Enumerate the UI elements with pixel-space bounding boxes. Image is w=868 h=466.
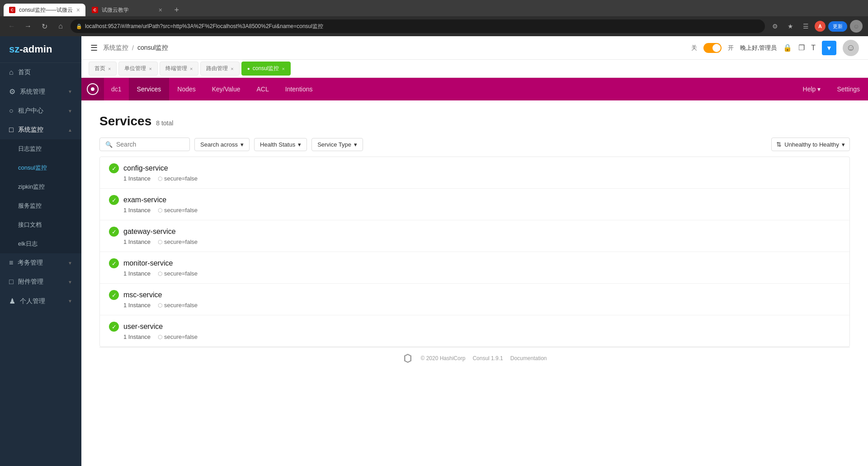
service-meta-user: 1 Instance ⬡ secure=false — [109, 333, 840, 340]
puzzle-icon[interactable]: ☰ — [799, 20, 812, 33]
sidebar-item-attachment[interactable]: □ 附件管理 ▼ — [0, 272, 81, 291]
sidebar-item-system[interactable]: ⚙ 系统管理 ▼ — [0, 82, 81, 101]
service-list: ✓ config-service 1 Instance ⬡ secure=fal… — [99, 157, 850, 347]
sidebar-item-consul-monitor[interactable]: consul监控 — [0, 158, 81, 177]
search-input[interactable] — [116, 141, 179, 148]
user-account-icon[interactable]: A — [815, 21, 826, 32]
browser-chrome: C consul监控——试微云 × C 试微云教学 × + ← → ↻ ⌂ 🔒 … — [0, 0, 868, 36]
service-item-monitor[interactable]: ✓ monitor-service 1 Instance ⬡ secure=fa… — [100, 252, 849, 284]
browser-avatar: ☺ — [850, 20, 863, 33]
service-name-msc: msc-service — [123, 291, 162, 299]
sidebar-item-personal[interactable]: ♟ 个人管理 ▼ — [0, 291, 81, 311]
service-item-user[interactable]: ✓ user-service 1 Instance ⬡ secure=false — [100, 315, 849, 347]
service-item-config[interactable]: ✓ config-service 1 Instance ⬡ secure=fal… — [100, 157, 849, 189]
sidebar-label-log-monitor: 日志监控 — [18, 145, 42, 153]
tab-home[interactable]: 首页 × — [89, 62, 117, 76]
footer-docs-link[interactable]: Documentation — [510, 355, 547, 361]
health-status-button[interactable]: Health Status ▾ — [254, 138, 307, 151]
service-item-exam[interactable]: ✓ exam-service 1 Instance ⬡ secure=false — [100, 189, 849, 220]
monitor-chevron-icon: ▲ — [68, 128, 72, 133]
toggle-on-label: 开 — [728, 44, 734, 52]
services-total-count: 8 total — [156, 119, 173, 127]
consul-help-button[interactable]: Help ▾ — [795, 78, 829, 100]
font-icon[interactable]: T — [811, 44, 816, 52]
tab-unit[interactable]: 单位管理 × — [118, 62, 157, 76]
personal-chevron-icon: ▼ — [68, 299, 72, 304]
tab-title-1: consul监控——试微云 — [19, 6, 73, 14]
bookmark-icon[interactable]: ★ — [784, 20, 797, 33]
sidebar-item-zipkin-monitor[interactable]: zipkin监控 — [0, 177, 81, 196]
sidebar: sz-admin ⌂ 首页 ⚙ 系统管理 ▼ ○ 租户中心 — [0, 36, 81, 466]
service-name-exam: exam-service — [123, 196, 166, 204]
address-text: localhost:9527/#/iframe/urlPath?src=http… — [85, 23, 323, 30]
new-tab-button[interactable]: + — [170, 4, 183, 16]
tenant-icon: ○ — [9, 107, 14, 115]
toggle-switch[interactable] — [703, 43, 722, 53]
consul-nav-services[interactable]: Services — [129, 78, 170, 100]
consul-settings-button[interactable]: Settings — [829, 78, 868, 100]
sidebar-item-monitor[interactable]: □ 系统监控 ▲ — [0, 120, 81, 139]
service-tag-msc: ⬡ secure=false — [158, 302, 198, 309]
tab-unit-label: 单位管理 — [124, 65, 146, 72]
header-avatar[interactable]: ☺ — [843, 40, 859, 56]
service-instances-user: 1 Instance — [123, 333, 151, 340]
sidebar-item-log-monitor[interactable]: 日志监控 — [0, 139, 81, 158]
monitor-icon: □ — [9, 126, 14, 134]
tab-consul-close[interactable]: × — [282, 66, 284, 71]
sort-button[interactable]: ⇅ Unhealthy to Healthy ▾ — [771, 138, 850, 151]
sidebar-label-system: 系统管理 — [20, 88, 45, 96]
browser-tab-1[interactable]: C consul监控——试微云 × — [4, 4, 85, 16]
sidebar-item-elk-log[interactable]: elk日志 — [0, 234, 81, 253]
tab-unit-close[interactable]: × — [149, 66, 151, 71]
tab-close-1[interactable]: × — [76, 6, 80, 14]
sidebar-label-exam: 考务管理 — [18, 259, 43, 267]
sidebar-item-tenant[interactable]: ○ 租户中心 ▼ — [0, 101, 81, 120]
tab-home-close[interactable]: × — [108, 66, 111, 71]
fullscreen-icon[interactable]: ❐ — [798, 43, 805, 52]
home-icon: ⌂ — [9, 68, 14, 76]
tab-terminal[interactable]: 终端管理 × — [160, 62, 198, 76]
hamburger-button[interactable]: ☰ — [90, 43, 98, 53]
consul-nav-keyvalue[interactable]: Key/Value — [204, 78, 249, 100]
back-button[interactable]: ← — [5, 20, 18, 33]
sidebar-label-personal: 个人管理 — [20, 297, 45, 305]
consul-nav-nodes[interactable]: Nodes — [169, 78, 203, 100]
sidebar-item-home[interactable]: ⌂ 首页 — [0, 63, 81, 82]
tab-consul[interactable]: ● consul监控 × — [241, 62, 291, 76]
service-status-icon-config: ✓ — [109, 163, 119, 173]
address-bar[interactable]: 🔒 localhost:9527/#/iframe/urlPath?src=ht… — [71, 19, 765, 33]
sidebar-item-api-docs[interactable]: 接口文档 — [0, 215, 81, 234]
service-name-monitor: monitor-service — [123, 259, 173, 267]
search-across-button[interactable]: Search across ▾ — [194, 138, 250, 151]
refresh-button[interactable]: ↻ — [38, 20, 51, 33]
service-item-gateway[interactable]: ✓ gateway-service 1 Instance ⬡ secure=fa… — [100, 220, 849, 252]
extensions-icon[interactable]: ⚙ — [769, 20, 781, 33]
hashicorp-logo-icon — [402, 353, 413, 364]
tab-route-close[interactable]: × — [231, 66, 233, 71]
update-button[interactable]: 更新 — [828, 21, 847, 32]
services-heading: Services — [99, 114, 151, 128]
consul-nav-intentions[interactable]: Intentions — [277, 78, 321, 100]
service-type-button[interactable]: Service Type ▾ — [311, 138, 363, 151]
blue-action-button[interactable]: ▼ — [822, 41, 836, 55]
tab-close-2[interactable]: × — [159, 6, 162, 14]
lock-icon: 🔒 — [76, 24, 82, 29]
consul-nav-acl[interactable]: ACL — [249, 78, 277, 100]
consul-dc-selector[interactable]: dc1 — [104, 86, 129, 93]
lock-header-icon[interactable]: 🔒 — [783, 43, 792, 52]
exam-chevron-icon: ▼ — [68, 261, 72, 266]
consul-nav-right: Help ▾ Settings — [795, 78, 868, 100]
tab-route[interactable]: 路由管理 × — [200, 62, 239, 76]
service-name-row-gateway: ✓ gateway-service — [109, 227, 840, 237]
sidebar-item-service-monitor[interactable]: 服务监控 — [0, 196, 81, 215]
service-item-msc[interactable]: ✓ msc-service 1 Instance ⬡ secure=false — [100, 284, 849, 315]
forward-button[interactable]: → — [22, 20, 34, 33]
service-name-user: user-service — [123, 323, 163, 331]
app-shell: sz-admin ⌂ 首页 ⚙ 系统管理 ▼ ○ 租户中心 — [0, 36, 868, 466]
sidebar-item-exam[interactable]: ≡ 考务管理 ▼ — [0, 253, 81, 272]
top-header: ☰ 系统监控 / consul监控 关 开 晚上好,管理员 🔒 ❐ T ▼ ☺ — [81, 36, 868, 60]
tab-terminal-close[interactable]: × — [190, 66, 193, 71]
browser-tab-2[interactable]: C 试微云教学 × — [86, 4, 168, 16]
sidebar-label-monitor: 系统监控 — [18, 126, 43, 134]
home-nav-button[interactable]: ⌂ — [54, 20, 67, 33]
